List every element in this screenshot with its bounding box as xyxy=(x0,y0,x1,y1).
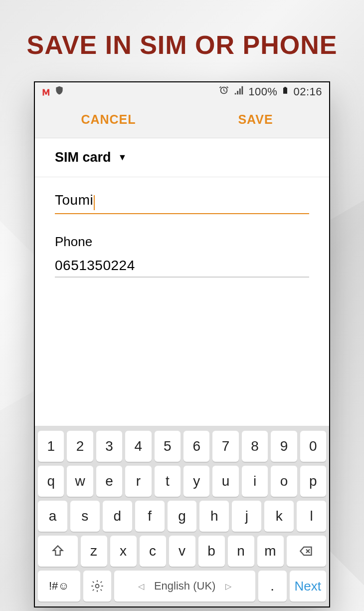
key-a[interactable]: a xyxy=(38,501,67,532)
key-e[interactable]: e xyxy=(96,466,122,497)
promo-title: Save in SIM or Phone xyxy=(0,30,364,60)
period-key[interactable]: . xyxy=(258,571,287,602)
key-x[interactable]: x xyxy=(110,536,137,567)
save-button[interactable]: SAVE xyxy=(182,101,329,138)
key-7[interactable]: 7 xyxy=(212,431,238,462)
storage-selector[interactable]: SIM card ▼ xyxy=(35,138,329,177)
next-lang-icon: ▷ xyxy=(225,582,231,591)
soft-keyboard: 1234567890 qwertyuiop asdfghjkl zxcvbnm … xyxy=(35,426,329,607)
phone-frame: ᴍ 100% 02:16 CANCEL SAVE SIM card ▼ xyxy=(34,81,330,608)
key-t[interactable]: t xyxy=(155,466,181,497)
key-k[interactable]: k xyxy=(264,501,294,532)
clock: 02:16 xyxy=(293,85,322,98)
key-v[interactable]: v xyxy=(169,536,195,567)
key-0[interactable]: 0 xyxy=(300,431,326,462)
backspace-key[interactable] xyxy=(287,536,327,567)
settings-key[interactable] xyxy=(83,571,112,602)
key-n[interactable]: n xyxy=(228,536,254,567)
key-r[interactable]: r xyxy=(125,466,151,497)
battery-icon xyxy=(281,84,289,99)
key-p[interactable]: p xyxy=(300,466,326,497)
key-f[interactable]: f xyxy=(135,501,165,532)
phone-label: Phone xyxy=(55,234,309,250)
key-i[interactable]: i xyxy=(242,466,268,497)
key-o[interactable]: o xyxy=(271,466,297,497)
key-3[interactable]: 3 xyxy=(96,431,122,462)
alarm-icon xyxy=(218,85,229,99)
app-icon: ᴍ xyxy=(42,85,50,98)
shield-icon xyxy=(54,85,64,98)
name-value: Toumi xyxy=(55,192,93,208)
key-c[interactable]: c xyxy=(140,536,166,567)
key-w[interactable]: w xyxy=(67,466,93,497)
signal-icon xyxy=(233,85,244,99)
key-z[interactable]: z xyxy=(81,536,107,567)
name-input[interactable]: Toumi xyxy=(55,192,309,214)
phone-input[interactable]: 0651350224 xyxy=(55,258,309,278)
battery-percent: 100% xyxy=(248,85,277,98)
key-g[interactable]: g xyxy=(168,501,197,532)
key-9[interactable]: 9 xyxy=(271,431,297,462)
key-6[interactable]: 6 xyxy=(183,431,209,462)
key-1[interactable]: 1 xyxy=(38,431,64,462)
key-j[interactable]: j xyxy=(232,501,261,532)
key-l[interactable]: l xyxy=(297,501,326,532)
key-5[interactable]: 5 xyxy=(155,431,181,462)
key-h[interactable]: h xyxy=(199,501,229,532)
symbols-key[interactable]: !#☺ xyxy=(38,571,80,602)
key-m[interactable]: m xyxy=(257,536,284,567)
phone-value: 0651350224 xyxy=(55,258,135,274)
chevron-down-icon: ▼ xyxy=(118,152,127,163)
key-8[interactable]: 8 xyxy=(242,431,268,462)
shift-key[interactable] xyxy=(38,536,78,567)
keyboard-language: English (UK) xyxy=(154,580,215,593)
key-2[interactable]: 2 xyxy=(67,431,93,462)
cancel-button[interactable]: CANCEL xyxy=(35,101,182,138)
key-4[interactable]: 4 xyxy=(125,431,151,462)
key-b[interactable]: b xyxy=(198,536,225,567)
space-key[interactable]: ◁ English (UK) ▷ xyxy=(114,571,255,602)
key-d[interactable]: d xyxy=(103,501,132,532)
key-y[interactable]: y xyxy=(183,466,209,497)
action-bar: CANCEL SAVE xyxy=(35,101,329,138)
text-cursor xyxy=(94,195,95,210)
form-area: Toumi Phone 0651350224 xyxy=(35,177,329,298)
status-bar: ᴍ 100% 02:16 xyxy=(35,82,329,101)
storage-label: SIM card xyxy=(55,150,111,165)
svg-point-0 xyxy=(96,585,99,588)
key-s[interactable]: s xyxy=(70,501,100,532)
key-q[interactable]: q xyxy=(38,466,64,497)
next-key[interactable]: Next xyxy=(290,571,326,602)
prev-lang-icon: ◁ xyxy=(138,582,144,591)
key-u[interactable]: u xyxy=(212,466,238,497)
